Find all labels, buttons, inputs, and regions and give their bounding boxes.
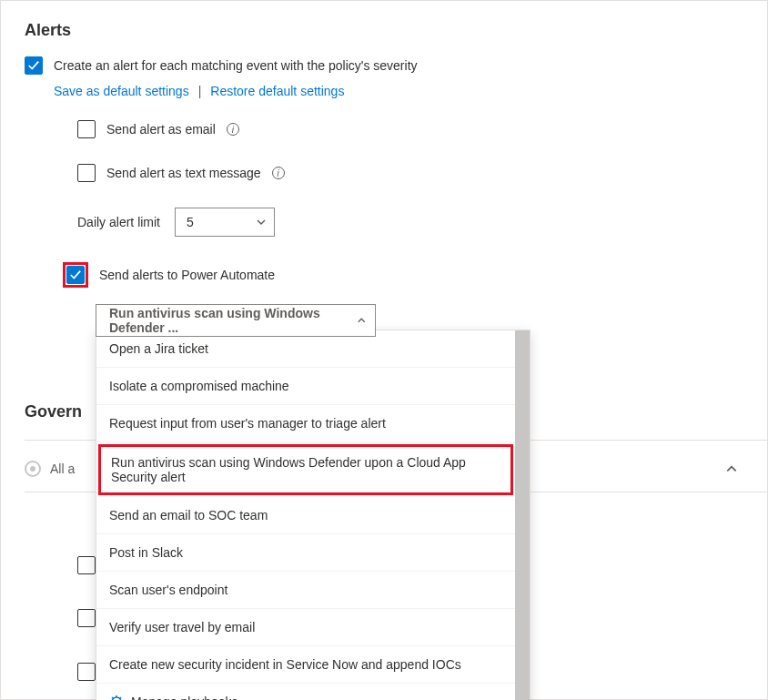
alerts-content: Create an alert for each matching event … bbox=[1, 40, 767, 337]
chevron-up-icon bbox=[357, 315, 366, 326]
save-default-link[interactable]: Save as default settings bbox=[54, 84, 189, 98]
gov-checkbox[interactable] bbox=[77, 556, 96, 574]
highlight-box bbox=[63, 262, 88, 288]
chevron-down-icon bbox=[256, 217, 267, 228]
all-apps-label: All a bbox=[50, 462, 75, 476]
power-automate-label: Send alerts to Power Automate bbox=[99, 268, 275, 282]
check-icon bbox=[27, 59, 40, 72]
restore-default-link[interactable]: Restore default settings bbox=[210, 84, 344, 98]
settings-links: Save as default settings | Restore defau… bbox=[54, 84, 767, 98]
send-email-label: Send alert as email bbox=[106, 122, 216, 137]
gear-icon bbox=[109, 695, 124, 700]
send-text-checkbox[interactable] bbox=[77, 164, 96, 182]
create-alert-label: Create an alert for each matching event … bbox=[54, 58, 418, 73]
daily-limit-row: Daily alert limit 5 bbox=[77, 208, 767, 237]
daily-limit-select[interactable]: 5 bbox=[175, 208, 275, 237]
send-text-row: Send alert as text message i bbox=[77, 164, 767, 182]
info-icon[interactable]: i bbox=[272, 167, 285, 179]
create-alert-row: Create an alert for each matching event … bbox=[25, 56, 767, 75]
power-automate-row: Send alerts to Power Automate bbox=[66, 262, 767, 288]
power-automate-checkbox[interactable] bbox=[66, 266, 85, 284]
playbook-dropdown-list: Open a Jira ticket Isolate a compromised… bbox=[96, 330, 531, 700]
playbook-option[interactable]: Isolate a compromised machine bbox=[96, 368, 515, 405]
playbook-option[interactable]: Scan user's endpoint bbox=[96, 572, 515, 609]
alert-sub-options: Send alert as email i Send alert as text… bbox=[77, 120, 767, 237]
daily-limit-value: 5 bbox=[187, 215, 194, 229]
alerts-title: Alerts bbox=[1, 1, 767, 40]
alerts-panel: Alerts Create an alert for each matching… bbox=[0, 0, 768, 700]
dropdown-items: Open a Jira ticket Isolate a compromised… bbox=[96, 330, 515, 700]
send-email-checkbox[interactable] bbox=[77, 120, 96, 138]
playbook-option[interactable]: Create new security incident in Service … bbox=[96, 646, 515, 684]
daily-limit-label: Daily alert limit bbox=[77, 215, 160, 229]
dropdown-scrollbar[interactable] bbox=[515, 330, 530, 700]
send-email-row: Send alert as email i bbox=[77, 120, 767, 138]
apps-icon bbox=[25, 461, 41, 477]
playbook-option-selected[interactable]: Run antivirus scan using Windows Defende… bbox=[98, 444, 513, 495]
power-automate-section: Send alerts to Power Automate Run antivi… bbox=[66, 262, 767, 337]
send-text-label: Send alert as text message bbox=[106, 166, 261, 180]
playbook-option[interactable]: Request input from user's manager to tri… bbox=[96, 405, 515, 442]
chevron-up-icon bbox=[725, 462, 738, 475]
check-icon bbox=[69, 269, 82, 281]
playbook-option[interactable]: Send an email to SOC team bbox=[96, 497, 515, 534]
info-icon[interactable]: i bbox=[227, 123, 239, 136]
manage-playbooks-label: Manage playbooks bbox=[131, 695, 238, 700]
manage-playbooks-link[interactable]: Manage playbooks bbox=[96, 684, 515, 700]
link-divider: | bbox=[198, 84, 202, 98]
scrollbar-thumb[interactable] bbox=[515, 330, 530, 700]
dropdown-selected-text: Run antivirus scan using Windows Defende… bbox=[109, 306, 357, 335]
confirm-compromised-checkbox[interactable] bbox=[77, 663, 96, 681]
create-alert-checkbox[interactable] bbox=[25, 56, 43, 75]
gov-checkbox[interactable] bbox=[77, 609, 96, 627]
playbook-option[interactable]: Verify user travel by email bbox=[96, 609, 515, 646]
playbook-option[interactable]: Post in Slack bbox=[96, 534, 515, 572]
playbook-dropdown[interactable]: Run antivirus scan using Windows Defende… bbox=[96, 304, 376, 337]
